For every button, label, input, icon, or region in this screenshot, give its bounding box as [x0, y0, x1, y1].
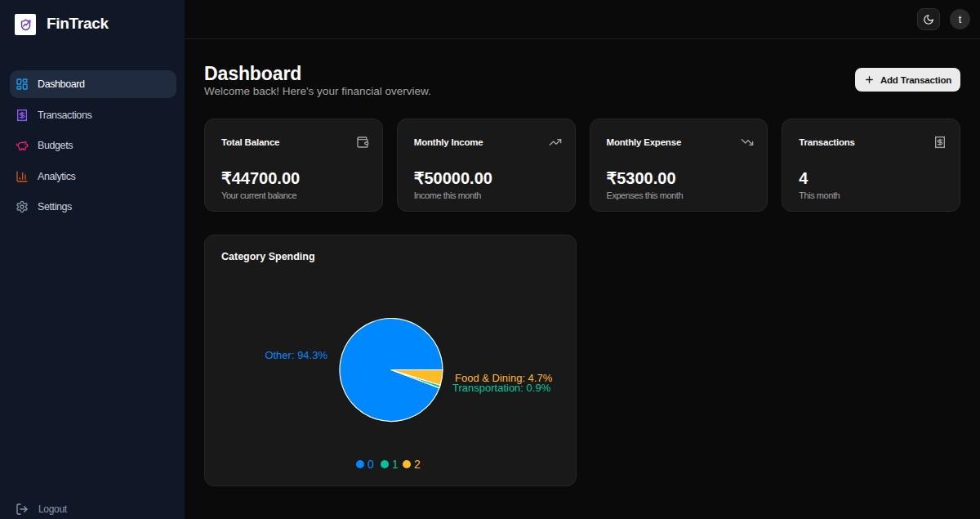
svg-text:0: 0	[368, 458, 374, 471]
svg-text:Other: 94.3%: Other: 94.3%	[265, 349, 327, 361]
svg-text:Transportation: 0.9%: Transportation: 0.9%	[452, 382, 551, 394]
svg-text:1: 1	[392, 458, 399, 471]
svg-text:2: 2	[414, 458, 421, 471]
